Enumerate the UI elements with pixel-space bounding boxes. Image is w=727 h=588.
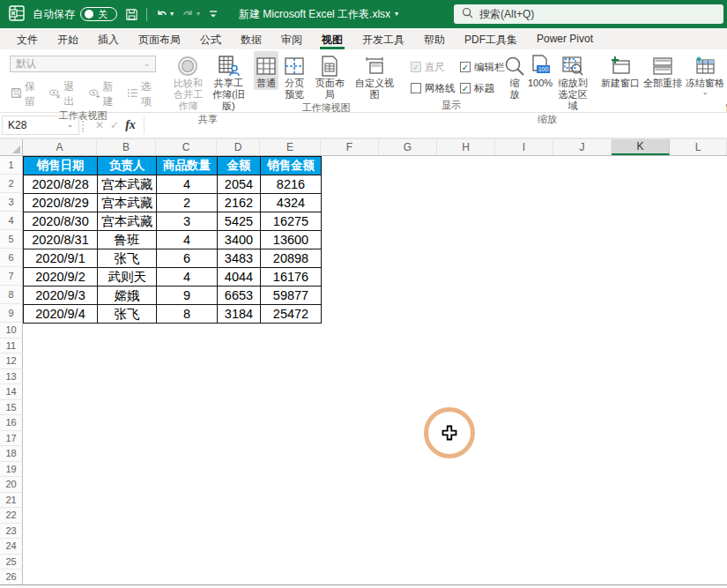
tab-insert[interactable]: 插入 [88, 28, 129, 49]
cell[interactable]: 16275 [261, 212, 322, 231]
zoom-100-button[interactable]: 100100% [526, 51, 554, 90]
sheet-view-selector[interactable]: 默认 ⌄ [10, 56, 156, 72]
checkbox-2[interactable]: 网格线 [411, 82, 460, 95]
table-header-cell[interactable]: 销售日期 [24, 157, 98, 175]
cell[interactable]: 嫦娥 [98, 287, 157, 305]
zoom-selection-button[interactable]: 缩放到选定区域 [555, 51, 590, 113]
cell[interactable]: 2020/8/29 [24, 194, 98, 212]
cell[interactable]: 3400 [218, 231, 261, 249]
row-header-6[interactable]: 6 [0, 249, 23, 267]
document-title[interactable]: 新建 Microsoft Excel 工作表.xlsx ▾ [239, 7, 398, 22]
normal-view-button[interactable]: 普通 [254, 51, 278, 90]
cell[interactable]: 16176 [261, 268, 322, 287]
row-header-19[interactable]: 19 [0, 462, 23, 478]
cancel-icon[interactable]: ✕ [95, 119, 104, 131]
tab-pdf-tools[interactable]: PDF工具集 [455, 28, 527, 49]
cell[interactable]: 3 [157, 212, 218, 231]
cell[interactable]: 武则天 [98, 268, 157, 287]
table-header-cell[interactable]: 销售金额 [261, 157, 322, 175]
excel-app-icon[interactable] [9, 5, 25, 24]
cell[interactable]: 8216 [261, 175, 322, 194]
tab-review[interactable]: 审阅 [271, 28, 312, 49]
row-header-21[interactable]: 21 [0, 493, 23, 509]
table-header-cell[interactable]: 负责人 [98, 157, 157, 175]
cell[interactable]: 13600 [261, 231, 322, 249]
cell[interactable]: 59877 [261, 287, 322, 305]
column-header-E[interactable]: E [260, 139, 321, 155]
row-header-7[interactable]: 7 [0, 267, 23, 286]
column-header-L[interactable]: L [670, 139, 727, 155]
row-header-9[interactable]: 9 [0, 304, 23, 323]
tab-data[interactable]: 数据 [231, 28, 271, 49]
row-header-1[interactable]: 1 [0, 156, 23, 175]
name-box[interactable]: K28 ⌄ [2, 115, 79, 135]
cell[interactable]: 宫本武藏 [98, 175, 157, 194]
page-layout-view-button[interactable]: 页面布局 [311, 51, 349, 101]
cell[interactable]: 4324 [261, 194, 322, 212]
column-header-F[interactable]: F [321, 139, 379, 155]
column-header-B[interactable]: B [97, 139, 156, 155]
tab-formulas[interactable]: 公式 [190, 28, 231, 49]
save-icon[interactable] [125, 8, 138, 21]
tab-developer[interactable]: 开发工具 [352, 28, 414, 49]
row-header-13[interactable]: 13 [0, 369, 23, 385]
insert-function-icon[interactable]: fx [125, 118, 136, 132]
column-header-J[interactable]: J [553, 139, 612, 155]
tab-file[interactable]: 文件 [7, 28, 48, 49]
row-header-3[interactable]: 3 [0, 193, 23, 212]
row-header-5[interactable]: 5 [0, 230, 23, 249]
row-header-2[interactable]: 2 [0, 175, 23, 193]
row-header-17[interactable]: 17 [0, 431, 23, 447]
new-window-button[interactable]: 新建窗口 [599, 51, 642, 97]
cell[interactable]: 20898 [261, 249, 322, 268]
tab-help[interactable]: 帮助 [414, 28, 455, 49]
page-break-preview-button[interactable]: 分页预览 [280, 51, 309, 101]
row-header-25[interactable]: 25 [0, 555, 23, 570]
cell[interactable]: 2020/8/30 [24, 212, 98, 231]
cell[interactable]: 2054 [218, 175, 261, 194]
row-header-12[interactable]: 12 [0, 354, 23, 369]
row-header-24[interactable]: 24 [0, 539, 23, 555]
row-header-8[interactable]: 8 [0, 286, 23, 304]
column-header-H[interactable]: H [437, 139, 495, 155]
cell[interactable]: 9 [157, 287, 218, 305]
row-header-26[interactable]: 26 [0, 569, 23, 585]
freeze-panes-button[interactable]: 冻结窗格⌄ [684, 51, 726, 97]
cell[interactable]: 3483 [218, 249, 261, 268]
cell[interactable]: 6653 [218, 287, 261, 305]
cell[interactable]: 8 [157, 305, 218, 324]
tab-page-layout[interactable]: 页面布局 [129, 28, 190, 49]
row-header-15[interactable]: 15 [0, 400, 23, 416]
share-workbook-button[interactable]: 共享工作簿(旧版) [209, 51, 249, 113]
cell[interactable]: 4 [157, 175, 218, 194]
cell[interactable]: 3184 [218, 305, 261, 324]
column-header-D[interactable]: D [217, 139, 260, 155]
magnifier-button[interactable]: 缩放 [504, 51, 525, 101]
row-header-10[interactable]: 10 [0, 323, 23, 339]
cell[interactable]: 张飞 [98, 305, 157, 324]
cell[interactable]: 4 [157, 268, 218, 287]
column-header-A[interactable]: A [23, 139, 97, 155]
cell[interactable]: 2020/9/2 [24, 268, 98, 287]
row-header-23[interactable]: 23 [0, 524, 23, 540]
table-header-cell[interactable]: 金额 [218, 157, 261, 175]
cell[interactable]: 宫本武藏 [98, 212, 157, 231]
cell[interactable]: 2020/8/31 [24, 231, 98, 249]
column-header-G[interactable]: G [379, 139, 437, 155]
cell[interactable]: 2020/9/1 [24, 249, 98, 268]
search-input[interactable]: 搜索(Alt+Q) [454, 4, 723, 24]
cell[interactable]: 25472 [261, 305, 322, 324]
tab-power-pivot[interactable]: Power Pivot [527, 28, 603, 49]
cell[interactable]: 鲁班 [98, 231, 157, 249]
row-header-18[interactable]: 18 [0, 446, 23, 462]
cell[interactable]: 2162 [218, 194, 261, 212]
custom-views-button[interactable]: 自定义视图 [351, 51, 398, 101]
row-header-11[interactable]: 11 [0, 339, 23, 354]
cell[interactable]: 2020/8/28 [24, 175, 98, 194]
row-header-16[interactable]: 16 [0, 415, 23, 431]
cell[interactable]: 宫本武藏 [98, 194, 157, 212]
row-header-4[interactable]: 4 [0, 212, 23, 230]
row-header-20[interactable]: 20 [0, 477, 23, 493]
cell[interactable]: 5425 [218, 212, 261, 231]
row-header-14[interactable]: 14 [0, 384, 23, 400]
